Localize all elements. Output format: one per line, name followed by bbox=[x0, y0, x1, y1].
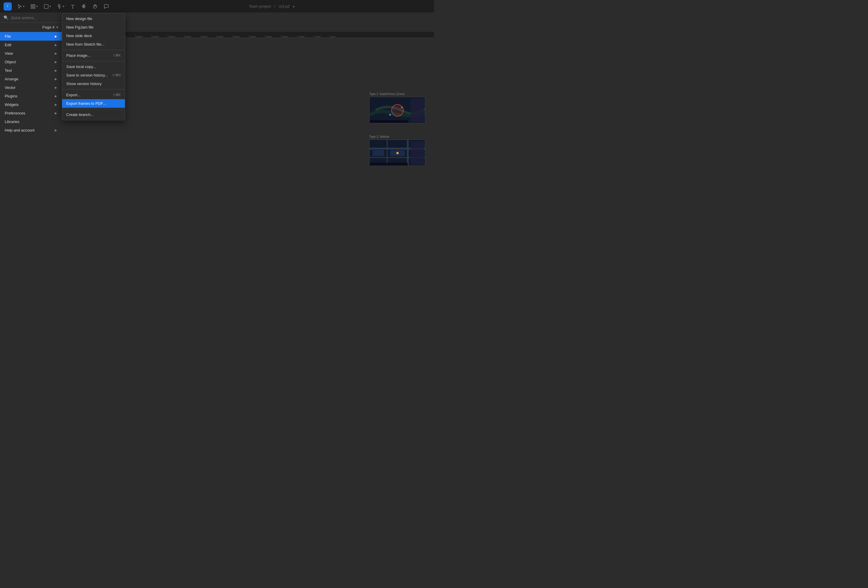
svg-rect-22 bbox=[369, 163, 408, 166]
submenu-new-sketch[interactable]: New from Sketch file... bbox=[62, 40, 125, 49]
submenu-divider-3 bbox=[62, 89, 125, 90]
submenu-export-label: Export... bbox=[66, 93, 80, 97]
page-indicator[interactable]: Page 4 ▾ bbox=[0, 23, 62, 32]
submenu-save-version[interactable]: Save to version history... ⌥⌘S bbox=[62, 71, 125, 80]
submenu-new-design[interactable]: New design file bbox=[62, 15, 125, 23]
submenu-place-image-label: Place image... bbox=[66, 53, 90, 58]
menu-item-text[interactable]: Text ▶ bbox=[0, 66, 62, 75]
menu-arrow-file: ▶ bbox=[55, 35, 57, 38]
ruler-mark-h: -3000 bbox=[249, 35, 265, 37]
canvas-thumbnails-area: Type 1: Gate/Fence (Zone) bbox=[369, 93, 425, 166]
submenu-export-pdf[interactable]: Export frames to PDF... bbox=[62, 99, 125, 108]
search-input[interactable] bbox=[11, 16, 61, 20]
page-label: Page 4 bbox=[43, 25, 55, 29]
menu-item-vector-label: Vector bbox=[5, 85, 16, 90]
menu-arrow-arrange: ▶ bbox=[55, 77, 57, 81]
svg-point-9 bbox=[401, 106, 403, 108]
thumbnail-2-label: Type 2: Vehicle bbox=[369, 135, 425, 138]
page-chevron-icon: ▾ bbox=[56, 25, 58, 29]
menu-item-view[interactable]: View ▶ bbox=[0, 49, 62, 58]
project-name: Team project bbox=[249, 4, 271, 9]
page-chevron[interactable]: ▾ bbox=[293, 5, 294, 8]
submenu-save-local[interactable]: Save local copy... bbox=[62, 62, 125, 71]
quick-search[interactable]: 🔍 ⌘/ bbox=[0, 13, 62, 23]
text-tool[interactable] bbox=[68, 3, 77, 10]
menu-item-help-left: Help and account bbox=[5, 128, 34, 133]
ruler-mark-h: -4500 bbox=[200, 35, 216, 37]
menu-arrow-plugins: ▶ bbox=[55, 94, 57, 98]
move-tool[interactable]: ▾ bbox=[15, 3, 26, 10]
menu-arrow-object: ▶ bbox=[55, 60, 57, 63]
submenu-new-design-label: New design file bbox=[66, 16, 92, 21]
menu-item-view-left: View bbox=[5, 51, 13, 56]
menu-arrow-text: ▶ bbox=[55, 69, 57, 72]
submenu-new-figjam-label: New FigJam file bbox=[66, 25, 93, 29]
menu-item-file[interactable]: File ▶ bbox=[0, 32, 62, 41]
svg-rect-2 bbox=[31, 7, 32, 8]
menu-item-edit-label: Edit bbox=[5, 43, 11, 47]
submenu-new-slide[interactable]: New slide deck bbox=[62, 31, 125, 40]
frame-tool[interactable]: ▾ bbox=[28, 3, 40, 10]
menu-item-text-left: Text bbox=[5, 68, 12, 73]
menu-arrow-widgets: ▶ bbox=[55, 103, 57, 106]
thumbnail-1-label: Type 1: Gate/Fence (Zone) bbox=[369, 93, 425, 96]
ruler-mark-h: -2500 bbox=[265, 35, 281, 37]
submenu-save-local-label: Save local copy... bbox=[66, 65, 96, 69]
left-menu: 🔍 ⌘/ Page 4 ▾ File ▶ Edit ▶ View ▶ Objec… bbox=[0, 13, 62, 294]
thumbnail-2-container: Type 2: Vehicle bbox=[369, 135, 425, 166]
hand-tool[interactable] bbox=[91, 3, 99, 10]
menu-item-libraries[interactable]: Libraries bbox=[0, 118, 62, 126]
file-submenu: New design file New FigJam file New slid… bbox=[62, 13, 125, 120]
menu-item-edit-left: Edit bbox=[5, 43, 11, 47]
menu-item-widgets[interactable]: Widgets ▶ bbox=[0, 100, 62, 109]
ruler-mark-h: -3500 bbox=[233, 35, 249, 37]
menu-item-preferences-left: Preferences bbox=[5, 111, 25, 115]
menu-item-help[interactable]: Help and account ▶ bbox=[0, 126, 62, 134]
menu-item-libraries-label: Libraries bbox=[5, 119, 19, 124]
menu-item-libraries-left: Libraries bbox=[5, 119, 19, 124]
ruler-mark-h: -5000 bbox=[184, 35, 200, 37]
menu-item-edit[interactable]: Edit ▶ bbox=[0, 41, 62, 49]
submenu-place-image[interactable]: Place image... ⇧⌘K bbox=[62, 51, 125, 60]
submenu-create-branch[interactable]: Create branch... bbox=[62, 111, 125, 119]
submenu-save-version-shortcut: ⌥⌘S bbox=[112, 73, 121, 77]
menu-item-object[interactable]: Object ▶ bbox=[0, 58, 62, 66]
svg-rect-4 bbox=[44, 4, 48, 9]
figma-logo[interactable] bbox=[3, 2, 12, 10]
search-icon: 🔍 bbox=[3, 15, 9, 20]
submenu-export[interactable]: Export... ⇧⌘E bbox=[62, 91, 125, 99]
svg-rect-1 bbox=[34, 4, 35, 6]
menu-item-plugins[interactable]: Plugins ▶ bbox=[0, 92, 62, 100]
menu-item-widgets-left: Widgets bbox=[5, 102, 19, 107]
menu-arrow-view: ▶ bbox=[55, 52, 57, 55]
menu-item-vector[interactable]: Vector ▶ bbox=[0, 83, 62, 92]
menu-item-file-left: File bbox=[5, 34, 11, 38]
menu-item-arrange-left: Arrange bbox=[5, 77, 18, 81]
submenu-export-shortcut: ⇧⌘E bbox=[113, 93, 121, 97]
svg-rect-0 bbox=[31, 4, 32, 6]
submenu-show-version[interactable]: Show version history bbox=[62, 80, 125, 88]
submenu-export-pdf-label: Export frames to PDF... bbox=[66, 101, 106, 106]
menu-item-plugins-left: Plugins bbox=[5, 94, 18, 98]
shape-tool[interactable]: ▾ bbox=[42, 3, 53, 10]
menu-arrow-vector: ▶ bbox=[55, 86, 57, 89]
component-tool[interactable] bbox=[80, 3, 88, 10]
toolbar: ▾ ▾ ▾ ▾ Team project / rs3-p2 ▾ bbox=[0, 0, 434, 13]
svg-point-8 bbox=[389, 114, 391, 116]
comment-tool[interactable] bbox=[102, 3, 111, 10]
submenu-show-version-label: Show version history bbox=[66, 81, 102, 86]
pen-tool[interactable]: ▾ bbox=[55, 3, 66, 10]
menu-arrow-help: ▶ bbox=[55, 128, 57, 132]
page-name: rs3-p2 bbox=[279, 4, 290, 9]
submenu-new-figjam[interactable]: New FigJam file bbox=[62, 23, 125, 31]
menu-item-help-label: Help and account bbox=[5, 128, 34, 133]
menu-item-file-label: File bbox=[5, 34, 11, 38]
svg-point-7 bbox=[391, 105, 403, 116]
submenu-place-image-shortcut: ⇧⌘K bbox=[113, 53, 121, 57]
ruler-mark-h: -500 bbox=[330, 35, 346, 37]
submenu-new-sketch-label: New from Sketch file... bbox=[66, 42, 105, 47]
project-title[interactable]: Team project / rs3-p2 ▾ bbox=[248, 4, 296, 9]
menu-item-preferences[interactable]: Preferences ▶ bbox=[0, 109, 62, 118]
menu-item-arrange[interactable]: Arrange ▶ bbox=[0, 75, 62, 83]
menu-item-view-label: View bbox=[5, 51, 13, 56]
